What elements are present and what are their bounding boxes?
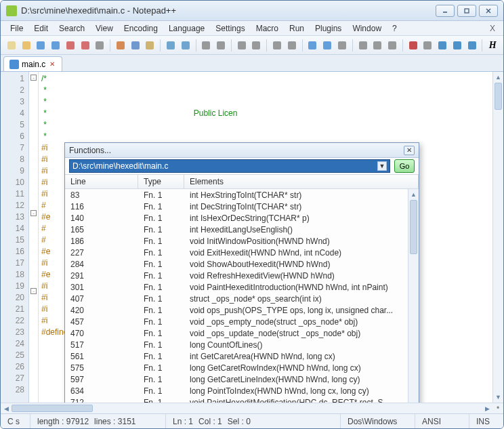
scroll-up-icon[interactable]: ▲ (408, 189, 419, 200)
record-icon[interactable] (406, 38, 420, 53)
minimize-button[interactable] (436, 5, 455, 17)
redo-icon[interactable] (179, 38, 192, 53)
doc-map-icon[interactable] (371, 38, 384, 53)
function-row[interactable]: 83Fn. 1int HexStringToInt(TCHAR* str) (65, 189, 408, 201)
scroll-up-icon[interactable]: ▲ (493, 72, 503, 83)
function-row[interactable]: 301Fn. 1void PaintHexeditIntroduction(HW… (65, 281, 408, 293)
function-row[interactable]: 140Fn. 1int IsHexOrDecString(TCHAR* p) (65, 212, 408, 224)
lang-icon[interactable] (356, 38, 370, 53)
menu-encoding[interactable]: Encoding (119, 22, 163, 35)
function-row[interactable]: 712Fn. 1void PaintHexeditModification(HD… (65, 396, 408, 403)
function-row[interactable]: 284Fn. 1void ShowAboutHexedit(HWND hWnd) (65, 258, 408, 270)
function-row[interactable]: 291Fn. 1void RefreshHexeditView(HWND hWn… (65, 270, 408, 281)
find-icon[interactable] (199, 38, 213, 53)
allchars-icon[interactable] (320, 38, 334, 53)
function-row[interactable]: 116Fn. 1int DecStringToInt(TCHAR* str) (65, 201, 408, 212)
stop-icon[interactable] (421, 38, 434, 53)
col-elements[interactable]: Elements (184, 175, 419, 188)
function-row[interactable]: 561Fn. 1int GetCaretArea(HWND hWnd, long… (65, 350, 408, 362)
horizontal-scrollbar[interactable]: ◀ ▶ • (1, 403, 503, 413)
menu-file[interactable]: File (5, 22, 28, 35)
indent-guide-icon[interactable] (335, 38, 349, 53)
copy-icon[interactable] (129, 38, 142, 53)
menu-run[interactable]: Run (284, 22, 310, 35)
play-icon[interactable] (436, 38, 449, 53)
save-macro-icon[interactable] (465, 38, 479, 53)
scroll-thumb[interactable] (495, 83, 502, 110)
function-row[interactable]: 407Fn. 1struct _ops_node* ops_search(int… (65, 293, 408, 304)
function-row[interactable]: 517Fn. 1long CountOfLines() (65, 339, 408, 350)
editor-pane: 1234567891011121314151617181920212223242… (1, 71, 503, 403)
func-list-icon[interactable] (385, 38, 399, 53)
function-row[interactable]: 457Fn. 1void _ops_empty_node(struct _ops… (65, 316, 408, 327)
dialog-close-button[interactable]: ✕ (404, 146, 415, 155)
function-row[interactable]: 227Fn. 1void ExitHexedit(HWND hWnd, int … (65, 247, 408, 258)
open-file-icon[interactable] (20, 38, 33, 53)
undo-icon[interactable] (164, 38, 177, 53)
dialog-titlebar[interactable]: Functions... ✕ (65, 143, 419, 158)
menu-settings[interactable]: Settings (210, 22, 250, 35)
menu-help[interactable]: ? (387, 22, 402, 35)
vertical-scrollbar[interactable]: ▲ ▼ (492, 72, 503, 403)
scroll-down-icon[interactable]: ▼ (493, 392, 503, 403)
hex-icon[interactable]: H (486, 38, 499, 53)
print-icon[interactable] (93, 38, 106, 53)
menu-window[interactable]: Window (347, 22, 387, 35)
col-type[interactable]: Type (138, 175, 184, 188)
tab-label: main.c (22, 60, 45, 69)
function-row[interactable]: 420Fn. 1void ops_push(OPS_TYPE ops, long… (65, 304, 408, 316)
new-file-icon[interactable] (5, 38, 18, 53)
play-multi-icon[interactable] (450, 38, 464, 53)
scroll-left-icon[interactable]: ◀ (1, 403, 12, 413)
function-row[interactable]: 597Fn. 1long GetCaretLineIndex(HWND hWnd… (65, 373, 408, 385)
toolbar-separator (482, 39, 482, 52)
menu-view[interactable]: View (90, 22, 119, 35)
toolbar-separator (231, 39, 232, 52)
path-combobox[interactable]: D:\src\mine\hexedit\main.c ▼ (69, 159, 390, 173)
tab-close-icon[interactable]: ✕ (48, 60, 56, 68)
menu-search[interactable]: Search (54, 22, 90, 35)
maximize-button[interactable] (457, 5, 476, 17)
close-button[interactable] (479, 5, 498, 17)
status-mode: INS (469, 414, 503, 428)
go-button[interactable]: Go (394, 159, 415, 173)
paste-icon[interactable] (144, 38, 157, 53)
wordwrap-icon[interactable] (306, 38, 320, 53)
replace-icon[interactable] (214, 38, 228, 53)
chevron-down-icon[interactable]: ▼ (377, 161, 387, 171)
function-row[interactable]: 634Fn. 1long PointToIndex(HWND hWnd, lon… (65, 385, 408, 396)
toolbar-separator (110, 39, 110, 52)
functions-dialog: Functions... ✕ D:\src\mine\hexedit\main.… (64, 142, 419, 403)
list-scrollbar[interactable]: ▲ ▼ (408, 189, 419, 403)
close-icon[interactable] (64, 38, 77, 53)
function-row[interactable]: 470Fn. 1void _ops_update_node(struct _op… (65, 327, 408, 339)
status-eol: Dos\Windows (341, 414, 415, 428)
toolbar-separator (266, 39, 267, 52)
fold-column[interactable]: - - - (29, 72, 39, 403)
zoom-in-icon[interactable] (235, 38, 249, 53)
save-icon[interactable] (34, 38, 47, 53)
menu-edit[interactable]: Edit (28, 22, 54, 35)
function-row[interactable]: 575Fn. 1long GetCaretRowIndex(HWND hWnd,… (65, 362, 408, 373)
toolbar-separator (196, 39, 196, 52)
sync-v-icon[interactable] (270, 38, 284, 53)
hscroll-thumb[interactable] (12, 405, 93, 412)
scroll-corner: • (492, 403, 503, 413)
col-line[interactable]: Line (65, 175, 138, 188)
scroll-right-icon[interactable]: ▶ (482, 403, 492, 413)
status-lang: C s (1, 414, 30, 428)
tab-main-c[interactable]: main.c ✕ (3, 56, 62, 71)
cut-icon[interactable] (114, 38, 127, 53)
function-row[interactable]: 165Fn. 1int HexeditLangUseEnglish() (65, 224, 408, 235)
save-all-icon[interactable] (49, 38, 62, 53)
close-all-icon[interactable] (79, 38, 92, 53)
status-length: length : 97912 lines : 3151 (30, 414, 166, 428)
menu-plugins[interactable]: Plugins (310, 22, 347, 35)
sync-h-icon[interactable] (285, 38, 299, 53)
function-row[interactable]: 186Fn. 1void InitWindowPosition(HWND hWn… (65, 235, 408, 247)
menu-macro[interactable]: Macro (251, 22, 284, 35)
scroll-thumb[interactable] (410, 200, 417, 254)
menu-language[interactable]: Language (163, 22, 210, 35)
zoom-out-icon[interactable] (250, 38, 264, 53)
menubar-close-x[interactable]: X (486, 24, 499, 33)
